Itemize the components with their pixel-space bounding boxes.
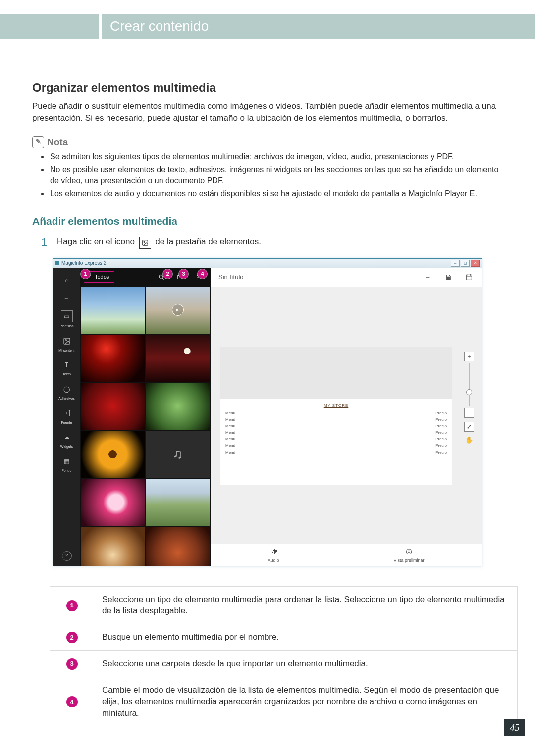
note-list: Se admiten los siguientes tipos de eleme… [32,151,503,199]
window-close[interactable]: ✕ [471,260,480,267]
zoom-track[interactable] [469,363,470,406]
svg-rect-5 [467,275,472,280]
stage-lower-zone[interactable]: MY STORE MenúPrecio MenúPrecio MenúPreci… [220,399,452,485]
canvas-toolbar: Sin título ＋ 🗎 [211,268,482,287]
heading-organize: Organizar elementos multimedia [32,79,503,96]
step-text-pre: Haga clic en el icono [57,237,135,246]
speaker-icon: 🕪 [270,546,277,556]
audio-button[interactable]: 🕪 Audio [268,546,279,563]
app-title: MagicInfo Express 2 [61,260,107,267]
window-maximize[interactable]: ◻ [461,260,470,267]
nav-text[interactable]: T Texto [54,359,80,377]
app-titlebar[interactable]: MagicInfo Express 2 – ◻ ✕ [54,259,482,268]
media-thumbnails: ♫ [80,287,211,566]
thumb-audio[interactable]: ♫ [146,431,210,478]
note-item: Los elementos de audio y documentos no e… [49,188,503,199]
legend-bullet-1: 1 [66,600,78,611]
note-item: No es posible usar elementos de texto, a… [49,164,503,186]
thumb-image[interactable] [146,383,210,430]
left-nav: ⌂ ← ▭ Plantillas Mi conten. [54,268,80,566]
svg-rect-0 [142,240,148,245]
canvas-bottom-bar: 🕪 Audio ◎ Vista preliminar [211,544,482,566]
zoom-control: ＋ － ⤢ ✋ [464,352,475,445]
nav-help[interactable]: ? [62,551,72,561]
preview-button[interactable]: ◎ Vista preliminar [394,546,425,563]
source-icon: →] [61,408,72,419]
svg-rect-2 [64,338,70,344]
filter-label: Todos [95,273,109,281]
header-section-title: Crear contenido [102,14,535,39]
text-icon: T [61,359,72,370]
media-tab-icon [139,237,151,249]
zoom-thumb[interactable] [466,389,472,395]
document-title: Sin título [218,273,244,282]
thumb-image[interactable] [146,335,210,382]
note-item: Se admiten los siguientes tipos de eleme… [49,151,503,162]
callout-legend: 1 Seleccione un tipo de elemento multime… [50,586,518,726]
nav-home[interactable]: ⌂ [54,275,80,286]
app-window: MagicInfo Express 2 – ◻ ✕ ⌂ ← [53,258,482,566]
thumb-image[interactable] [81,527,145,566]
app-icon [55,261,59,265]
zoom-fit-button[interactable]: ⤢ [464,422,474,432]
legend-text-3: Seleccione una carpeta desde la que impo… [94,651,518,677]
image-icon [61,336,72,347]
home-icon: ⌂ [61,275,72,286]
thumb-image[interactable] [81,335,145,382]
back-icon: ← [61,293,72,303]
legend-text-4: Cambie el modo de visualización de la li… [94,677,518,726]
header-accent-block [0,14,99,39]
page-number: 45 [504,719,525,736]
step-1: 1 Haga clic en el icono de la pestaña de… [41,235,503,250]
thumb-image[interactable] [81,479,145,526]
store-title: MY STORE [225,403,447,408]
nav-widgets[interactable]: ☁ Widgets [54,432,80,449]
thumb-video[interactable] [146,287,210,334]
step-text-post: de la pestaña de elementos. [155,237,261,246]
widget-icon: ☁ [61,432,72,443]
layout-stage[interactable]: MY STORE MenúPrecio MenúPrecio MenúPreci… [220,347,452,485]
header-strip: Crear contenido [0,14,535,39]
legend-bullet-4: 4 [66,696,78,707]
step-number: 1 [41,235,51,250]
nav-back[interactable]: ← [54,293,80,303]
preview-icon: ◎ [406,546,412,556]
svg-point-4 [159,275,162,278]
nav-my-content[interactable]: Mi conten. [54,336,80,353]
zoom-in-button[interactable]: ＋ [464,352,474,361]
heading-add-media: Añadir elementos multimedia [32,214,503,229]
thumb-image[interactable] [81,287,145,334]
intro-paragraph: Puede añadir o sustituir elementos multi… [32,101,503,124]
callout-2: 2 [163,269,172,279]
nav-source[interactable]: →] Fuente [54,408,80,425]
document-icon[interactable]: 🗎 [444,273,453,282]
legend-text-1: Seleccione un tipo de elemento multimedi… [94,586,518,624]
thumb-image[interactable] [146,479,210,526]
legend-bullet-2: 2 [66,632,78,643]
thumb-image[interactable] [81,383,145,430]
pan-icon[interactable]: ✋ [465,436,474,445]
callout-3: 3 [179,269,188,279]
svg-point-3 [65,339,66,341]
note-icon [32,136,44,148]
editor-canvas: Sin título ＋ 🗎 MY STORE [211,268,482,566]
note-title: Nota [47,136,68,149]
calendar-icon[interactable] [465,273,474,282]
nav-stickers[interactable]: ◯ Adhesivos [54,384,80,401]
legend-text-2: Busque un elemento multimedia por el nom… [94,624,518,650]
callout-4: 4 [198,269,207,279]
nav-templates[interactable]: ▭ Plantillas [54,310,80,329]
sticker-icon: ◯ [61,384,72,395]
legend-bullet-3: 3 [66,658,78,670]
thumb-image[interactable] [81,431,145,478]
background-icon: ▦ [61,456,72,467]
zoom-out-button[interactable]: － [464,408,474,418]
stage-upper-zone[interactable] [220,347,452,399]
nav-background[interactable]: ▦ Fondo [54,456,80,473]
thumb-image[interactable] [146,527,210,566]
media-panel: 1 ˅ Todos 2 3 [80,268,211,566]
callout-1: 1 [81,269,90,279]
add-icon[interactable]: ＋ [423,273,432,282]
window-minimize[interactable]: – [451,260,460,267]
svg-point-1 [144,241,145,242]
